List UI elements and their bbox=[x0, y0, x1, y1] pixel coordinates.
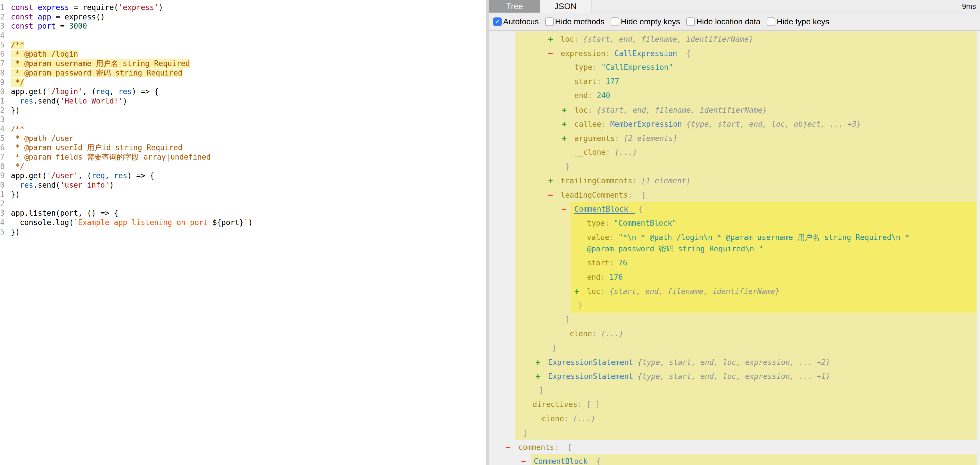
tree-text: trailingComments bbox=[561, 176, 632, 185]
checkbox-label: Hide methods bbox=[555, 17, 605, 26]
tab-json[interactable]: JSON bbox=[540, 0, 592, 13]
tree-text bbox=[633, 358, 638, 367]
collapse-icon[interactable]: − bbox=[506, 440, 518, 454]
checkbox-hide-empty-keys[interactable]: Hide empty keys bbox=[611, 17, 680, 26]
checkbox-hide-type-keys[interactable]: Hide type keys bbox=[767, 17, 829, 26]
checkbox-label: Hide empty keys bbox=[621, 17, 680, 26]
tabs-spacer bbox=[592, 0, 962, 13]
node-type-link[interactable]: ExpressionStatement bbox=[548, 358, 633, 367]
expand-icon[interactable]: + bbox=[562, 103, 574, 117]
line-number: 19 bbox=[0, 171, 5, 181]
collapse-icon[interactable]: − bbox=[548, 188, 561, 202]
tree-row: +callee: MemberExpression {type, start, … bbox=[515, 117, 977, 131]
code-line: 9 */ bbox=[0, 78, 486, 87]
tree-text: : bbox=[605, 219, 614, 227]
code-text: app.get('/user', (req, res) => { bbox=[11, 171, 154, 180]
collapse-icon[interactable]: − bbox=[521, 454, 534, 465]
tree-text: comments bbox=[518, 443, 554, 452]
tab-tree[interactable]: Tree bbox=[489, 0, 540, 13]
unchecked-checkbox-icon[interactable] bbox=[686, 17, 695, 26]
expand-icon[interactable]: + bbox=[562, 117, 574, 131]
line-number: 21 bbox=[0, 190, 5, 199]
line-number: 9 bbox=[0, 78, 5, 87]
tree-text: { bbox=[638, 205, 643, 213]
code-line: 10app.get('/login', (req, res) => { bbox=[0, 87, 486, 96]
tree-text: "*\n * @path /login\n * @param username … bbox=[587, 233, 914, 253]
ast-tree[interactable]: +loc: {start, end, filename, identifierN… bbox=[489, 32, 980, 465]
code-line: 2const app = express() bbox=[0, 12, 486, 22]
tree-row: end: 240 bbox=[515, 89, 977, 103]
node-type-link[interactable]: ExpressionStatement bbox=[548, 372, 633, 381]
tree-text: : bbox=[597, 77, 606, 86]
code-line: 25}) bbox=[0, 227, 486, 237]
code-text: const express = require('express') bbox=[11, 3, 163, 12]
tree-text: value bbox=[587, 233, 609, 242]
code-text: }) bbox=[11, 190, 20, 199]
checkbox-label: Autofocus bbox=[503, 17, 539, 26]
tree-text: } bbox=[565, 162, 570, 171]
tree-text: : bbox=[628, 191, 641, 199]
ast-panel: TreeJSON 9ms ✓AutofocusHide methodsHide … bbox=[489, 0, 980, 465]
node-type-link[interactable]: CommentBlock bbox=[574, 205, 635, 214]
expand-icon[interactable]: + bbox=[562, 131, 574, 146]
tree-text: : bbox=[632, 176, 641, 185]
tree-row: +arguments: [2 elements] bbox=[515, 131, 977, 146]
panel-divider[interactable] bbox=[486, 0, 489, 465]
code-line: 19app.get('/user', (req, res) => { bbox=[0, 171, 486, 181]
expand-icon[interactable]: + bbox=[548, 32, 561, 46]
code-line: 12}) bbox=[0, 106, 486, 115]
collapse-icon[interactable]: − bbox=[548, 46, 561, 60]
checked-checkbox-icon[interactable]: ✓ bbox=[493, 17, 502, 26]
line-number: 5 bbox=[0, 40, 5, 50]
parse-time-badge: 9ms bbox=[962, 0, 980, 13]
unchecked-checkbox-icon[interactable] bbox=[611, 17, 619, 26]
checkbox-autofocus[interactable]: ✓Autofocus bbox=[493, 17, 539, 26]
checkbox-hide-location-data[interactable]: Hide location data bbox=[686, 17, 760, 26]
tree-text: {type, start, end, loc, object, ... +3} bbox=[686, 120, 861, 129]
unchecked-checkbox-icon[interactable] bbox=[545, 17, 554, 26]
expand-icon[interactable]: + bbox=[536, 369, 548, 384]
code-editor[interactable]: 1const express = require('express')2cons… bbox=[0, 0, 486, 465]
tree-text: : bbox=[588, 106, 597, 114]
code-line: 14/** bbox=[0, 124, 486, 134]
code-line: 20 res.send('user info') bbox=[0, 181, 486, 190]
tree-text: __clone bbox=[574, 148, 606, 156]
tree-row: ] bbox=[515, 384, 977, 398]
code-text: res.send('Hello World!') bbox=[11, 97, 127, 105]
line-number: 3 bbox=[0, 21, 5, 31]
line-number: 12 bbox=[0, 106, 5, 115]
checkbox-hide-methods[interactable]: Hide methods bbox=[545, 17, 605, 26]
collapse-icon[interactable]: − bbox=[562, 202, 574, 216]
expand-icon[interactable]: + bbox=[536, 355, 548, 370]
line-number: 18 bbox=[0, 162, 5, 171]
node-type-link[interactable]: CallExpression bbox=[614, 49, 677, 58]
tree-text: {start, end, filename, identifierName} bbox=[583, 35, 753, 43]
tree-text: : bbox=[609, 233, 618, 242]
expand-icon[interactable]: + bbox=[548, 174, 561, 188]
tree-row: __clone: (...) bbox=[515, 412, 977, 426]
line-number: 7 bbox=[0, 59, 5, 68]
checkbox-label: Hide location data bbox=[696, 17, 760, 26]
expand-icon[interactable]: + bbox=[574, 284, 587, 298]
unchecked-checkbox-icon[interactable] bbox=[767, 17, 775, 26]
line-number: 4 bbox=[0, 31, 5, 40]
tree-row: __clone: (...) bbox=[515, 145, 977, 160]
code-line: 24 console.log(`Example app listening on… bbox=[0, 218, 486, 227]
tree-text: leadingComments bbox=[561, 191, 628, 199]
code-line: 22 bbox=[0, 199, 486, 208]
tree-row: −CommentBlock { bbox=[531, 454, 977, 465]
tree-text: : bbox=[564, 414, 573, 423]
node-type-link[interactable]: MemberExpression bbox=[610, 120, 682, 129]
tree-text: [2 elements] bbox=[624, 134, 677, 143]
line-number: 23 bbox=[0, 208, 5, 218]
code-line: 17 * @param fields 需要查询的字段 array|undefin… bbox=[0, 152, 486, 162]
tree-text: { bbox=[677, 49, 690, 58]
tree-text: 176 bbox=[609, 273, 623, 281]
code-line: 6 * @path /login bbox=[0, 49, 486, 59]
node-type-link[interactable]: CommentBlock bbox=[534, 457, 587, 465]
code-text: * @param userId 用户id string Required bbox=[11, 143, 183, 152]
tree-text bbox=[682, 120, 687, 129]
tree-row: __clone: (...) bbox=[515, 327, 977, 341]
code-text: res.send('user info') bbox=[11, 181, 114, 189]
tree-row: +ExpressionStatement {type, start, end, … bbox=[515, 355, 977, 370]
